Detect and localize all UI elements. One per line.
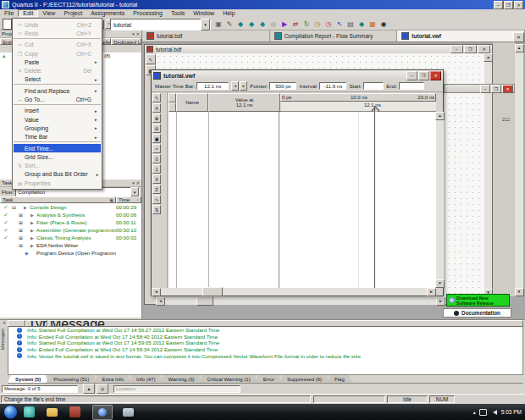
edit-menu-item[interactable]: ↷ Redo Ctrl+Y bbox=[14, 29, 101, 38]
vwf-horizontal-scrollbar[interactable]: ◄ ► bbox=[152, 288, 436, 296]
location-field[interactable]: Location: bbox=[113, 385, 240, 393]
message-row[interactable]: i Info: Ended Full Compilation at Wed Oc… bbox=[8, 334, 522, 340]
task-row[interactable]: ✓ ⊞ ▶ Analysis & Synthesis 00:00:06 bbox=[0, 211, 141, 218]
close-button[interactable]: ✕ bbox=[514, 1, 523, 9]
zoom-out-tool-icon[interactable]: ⊖ bbox=[152, 124, 161, 133]
task-row[interactable]: ✓ ⊞ ▶ Assembler (Generate programming fi… bbox=[0, 226, 141, 234]
task-run-icon[interactable]: ▶ bbox=[30, 228, 36, 233]
vwf-window-titlebar[interactable]: tutorial.vwf ‒ ❒ ✕ bbox=[152, 70, 443, 80]
scroll-up-icon[interactable]: ▲ bbox=[484, 53, 493, 62]
rubber-band-tool-icon[interactable]: ▣ bbox=[213, 19, 224, 29]
report-icon[interactable]: ▤ bbox=[345, 19, 356, 29]
edit-menu-item[interactable]: Select ▸ bbox=[14, 75, 101, 85]
selection-tool-icon[interactable]: ↖ bbox=[152, 93, 161, 102]
report-window-titlebar-fragment[interactable]: ‒ ❒ ✕ bbox=[444, 84, 515, 93]
column-header-task[interactable]: Task ▣ bbox=[0, 196, 116, 203]
task-run-icon[interactable]: ▶ bbox=[24, 205, 30, 210]
time-bar-next-icon[interactable]: ► bbox=[240, 81, 247, 91]
column-header-message[interactable]: Message bbox=[47, 320, 523, 327]
scrollbar-thumb[interactable] bbox=[202, 287, 223, 296]
timing-clock-icon[interactable]: ◷ bbox=[312, 19, 323, 29]
assignment-editor-icon[interactable]: ◆ bbox=[356, 19, 367, 29]
force-high-icon[interactable]: 1 bbox=[152, 164, 161, 174]
tab-compilation-report[interactable]: Compilation Report - Flow Summary bbox=[270, 30, 398, 41]
panel-close-icon[interactable]: ✕ bbox=[3, 320, 6, 325]
fullscreen-icon[interactable]: ▣ bbox=[152, 134, 161, 143]
menubar-item[interactable]: Processing bbox=[129, 9, 167, 17]
column-header-time[interactable]: Time ◔ bbox=[116, 196, 141, 203]
scroll-right-icon[interactable]: ► bbox=[427, 288, 436, 296]
previous-message-icon[interactable]: ▲ bbox=[83, 384, 95, 394]
master-time-bar-field[interactable]: 12.1 ns bbox=[196, 82, 229, 90]
edit-menu-item[interactable]: ✂ Cut Ctrl+X bbox=[14, 41, 101, 49]
message-tab[interactable]: Error bbox=[256, 375, 282, 383]
edit-menu-item[interactable]: Find and Replace ▸ bbox=[14, 86, 101, 95]
task-run-icon[interactable]: ▶ bbox=[30, 235, 36, 240]
vwf-vertical-scrollbar[interactable]: ▲ ▼ bbox=[436, 112, 444, 288]
bdf-horizontal-scrollbar[interactable]: ◄ ► bbox=[156, 297, 445, 305]
menubar-item[interactable]: Help bbox=[218, 9, 239, 17]
waveform-grid-body[interactable] bbox=[169, 112, 436, 288]
tree-expand-icon[interactable]: ⊞ bbox=[19, 235, 25, 240]
start-field[interactable] bbox=[363, 82, 384, 90]
clock-waveform-icon[interactable]: ∿ bbox=[152, 195, 161, 204]
count-value-icon[interactable]: ⇅ bbox=[152, 205, 161, 214]
menubar-item[interactable]: View bbox=[38, 9, 59, 17]
message-row[interactable]: i Info: Vector file tutorial.vwf is save… bbox=[8, 352, 522, 359]
message-tab[interactable]: Extra Info bbox=[94, 375, 131, 383]
panel-close-icon[interactable]: ✕ bbox=[136, 180, 140, 185]
task-row[interactable]: ◈ Program Device (Open Programmer) bbox=[0, 249, 141, 257]
selection-tool-icon[interactable]: ↖ bbox=[146, 54, 156, 64]
stop-processing-icon[interactable]: ◎ bbox=[268, 19, 279, 29]
scroll-down-icon[interactable]: ▼ bbox=[515, 288, 524, 296]
message-tab[interactable]: Warning (3) bbox=[160, 375, 202, 383]
maximize-button[interactable]: ❒ bbox=[418, 71, 429, 80]
task-run-icon[interactable]: ▶ bbox=[30, 213, 36, 218]
analysis-synthesis-icon[interactable]: ◆ bbox=[246, 19, 257, 29]
force-high-z-icon[interactable]: Z bbox=[152, 185, 161, 194]
menubar-item[interactable]: Tools bbox=[167, 9, 189, 17]
end-field[interactable] bbox=[399, 82, 424, 90]
maximize-button[interactable]: ❒ bbox=[504, 1, 513, 9]
edit-menu-item[interactable]: ✕ Delete Del bbox=[14, 66, 101, 75]
message-tab[interactable]: Flag bbox=[327, 375, 352, 383]
minimize-button[interactable]: ‒ bbox=[480, 85, 490, 93]
programmer-icon[interactable]: ▦ bbox=[368, 19, 378, 29]
explorer-folder-icon[interactable] bbox=[47, 408, 58, 417]
locate-message-icon[interactable]: ◎ bbox=[97, 384, 108, 394]
column-header-type[interactable]: Type bbox=[25, 320, 47, 327]
bdf-window-titlebar[interactable]: tutorial.bdf ‒ ❒ ✕ bbox=[145, 45, 492, 53]
close-button[interactable]: ✕ bbox=[478, 45, 490, 53]
menubar-item[interactable]: File bbox=[0, 9, 18, 17]
documentation-button[interactable]: Documentation bbox=[443, 308, 511, 318]
menubar-item[interactable]: Window bbox=[189, 9, 218, 17]
tree-expand-icon[interactable]: ⊟ bbox=[12, 204, 18, 210]
message-tab[interactable]: Info (47) bbox=[129, 375, 163, 383]
maximize-button[interactable]: ❒ bbox=[464, 45, 477, 53]
rerun-icon[interactable]: ↻ bbox=[301, 19, 312, 29]
name-column-header[interactable]: Name bbox=[176, 93, 208, 112]
new-file-icon[interactable] bbox=[3, 19, 12, 30]
scroll-left-icon[interactable]: ◄ bbox=[152, 288, 161, 296]
close-document-icon[interactable]: ✕ bbox=[513, 32, 524, 42]
clock-red-icon[interactable]: ◷ bbox=[323, 19, 334, 29]
tab-tutorial-bdf[interactable]: tutorial.bdf bbox=[142, 30, 270, 41]
tree-expand-icon[interactable]: ⊞ bbox=[19, 212, 25, 218]
master-time-bar-line[interactable] bbox=[374, 106, 375, 288]
edit-menu-item[interactable]: ↶ Undo Ctrl+Z bbox=[14, 20, 101, 29]
taskbar-clock[interactable]: 5:03 PM bbox=[501, 409, 522, 415]
edit-menu-item[interactable]: Insert ▸ bbox=[14, 107, 101, 115]
scroll-right-icon[interactable]: ► bbox=[436, 297, 445, 306]
project-combobox[interactable]: tutorial ▾ bbox=[110, 19, 211, 30]
scroll-up-icon[interactable]: ▲ bbox=[515, 44, 524, 52]
timeline-ruler[interactable]: 0 ps 10.0 ns 20.0 ns bbox=[280, 93, 436, 102]
close-button[interactable]: ✕ bbox=[502, 85, 513, 93]
tree-expand-icon[interactable]: ⊞ bbox=[19, 219, 25, 225]
volume-icon[interactable] bbox=[490, 410, 497, 415]
scroll-down-icon[interactable]: ▼ bbox=[435, 279, 445, 288]
tree-expand-icon[interactable]: ⊞ bbox=[19, 242, 25, 248]
task-run-icon[interactable]: ▶ bbox=[30, 220, 36, 225]
panel-close-icon[interactable]: ✕ bbox=[136, 31, 140, 36]
scroll-up-icon[interactable]: ▲ bbox=[435, 112, 445, 120]
pin-tool-icon[interactable]: ✎ bbox=[224, 19, 235, 29]
